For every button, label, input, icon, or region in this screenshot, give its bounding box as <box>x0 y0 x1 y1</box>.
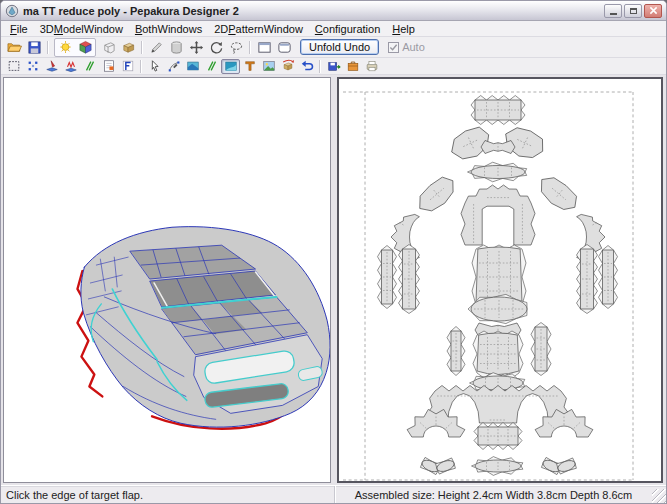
insert-text-button[interactable] <box>240 59 259 74</box>
pattern-piece[interactable] <box>599 246 618 309</box>
pointer-button[interactable] <box>145 59 164 74</box>
cylinder-primitive-button[interactable] <box>166 39 186 56</box>
rotate-arrow-icon <box>209 40 224 55</box>
3d-model-pane[interactable] <box>3 77 331 483</box>
status-bar: Click the edge of target flap. Assembled… <box>1 485 666 503</box>
points-icon <box>26 59 40 73</box>
pen-nodes-icon <box>167 59 181 73</box>
color-cube-icon <box>78 40 93 55</box>
window-icon <box>257 40 272 55</box>
menu-bothwindows[interactable]: BothWindows <box>129 22 208 36</box>
minimize-icon <box>610 13 617 15</box>
undo-arrow-icon <box>300 59 314 73</box>
menu-2dpatternwindow[interactable]: 2DPatternWindow <box>208 22 309 36</box>
render-light-button[interactable] <box>55 39 75 56</box>
cut-edge-button[interactable] <box>42 59 61 74</box>
close-icon <box>649 6 658 15</box>
teal-flag-icon <box>224 59 238 73</box>
pattern-pieces <box>378 96 618 476</box>
window-layout-2-button[interactable] <box>274 39 294 56</box>
export-image-button[interactable] <box>324 59 343 74</box>
maximize-icon <box>630 8 637 14</box>
solid-box-icon <box>121 40 136 55</box>
wire-box-icon <box>101 40 116 55</box>
copy-pattern-button[interactable] <box>343 59 362 74</box>
pattern-piece[interactable] <box>471 96 525 125</box>
wireframe-view-button[interactable] <box>98 39 118 56</box>
pattern-piece[interactable] <box>534 171 582 216</box>
menu-file[interactable]: File <box>4 22 34 36</box>
pattern-piece[interactable] <box>474 423 522 450</box>
title-bar[interactable]: ma TT reduce poly - Pepakura Designer 2 <box>1 1 666 21</box>
select-area-button[interactable] <box>4 59 23 74</box>
pattern-piece[interactable] <box>531 323 551 376</box>
knife-icon <box>45 59 59 73</box>
open-file-button[interactable] <box>4 39 24 56</box>
pattern-piece[interactable] <box>413 172 461 217</box>
lasso-icon <box>229 40 244 55</box>
cylinder-icon <box>169 40 184 55</box>
light-icon <box>58 40 73 55</box>
box-rotate-button[interactable] <box>278 59 297 74</box>
pattern-piece[interactable] <box>473 331 523 378</box>
print-button[interactable] <box>362 59 381 74</box>
pattern-piece[interactable] <box>399 245 420 314</box>
rotate-tool-button[interactable] <box>206 39 226 56</box>
save-floppy-icon <box>27 40 42 55</box>
pattern-piece[interactable] <box>541 457 577 475</box>
green-slashes-icon <box>83 59 97 73</box>
fold-line-valley-button[interactable] <box>202 59 221 74</box>
select-point-button[interactable] <box>23 59 42 74</box>
status-message: Click the edge of target flap. <box>1 486 335 503</box>
toolbar-separator <box>249 41 251 54</box>
flap-config-button[interactable] <box>118 59 137 74</box>
close-button[interactable] <box>644 4 662 18</box>
save-file-button[interactable] <box>24 39 44 56</box>
pattern-piece[interactable] <box>420 457 456 475</box>
open-folder-icon <box>7 40 22 55</box>
pattern-piece[interactable] <box>407 409 465 437</box>
unfold-undo-button[interactable]: Unfold Undo <box>300 39 379 55</box>
page-setup-button[interactable] <box>99 59 118 74</box>
pattern-piece[interactable] <box>481 141 515 154</box>
2d-pattern-pane[interactable] <box>337 77 663 483</box>
flag-check-button[interactable] <box>221 59 240 74</box>
minimize-button[interactable] <box>604 4 622 18</box>
texture-panel-button[interactable] <box>183 59 202 74</box>
edit-pencil-button[interactable] <box>146 39 166 56</box>
pattern-piece[interactable] <box>461 185 535 245</box>
page-icon <box>102 59 116 73</box>
toolbar-separator <box>140 60 142 73</box>
mark-edge-button[interactable] <box>61 59 80 74</box>
printer-icon <box>365 59 379 73</box>
texture-view-button[interactable] <box>75 39 95 56</box>
fold-line-mountain-button[interactable] <box>80 59 99 74</box>
insert-image-button[interactable] <box>259 59 278 74</box>
menu-3dmodelwindow[interactable]: 3DModelWindow <box>34 22 129 36</box>
auto-checkbox[interactable]: Auto <box>388 41 425 53</box>
move-tool-button[interactable] <box>186 39 206 56</box>
undo-button[interactable] <box>297 59 316 74</box>
pattern-piece[interactable] <box>535 409 593 437</box>
letter-t-icon <box>243 59 257 73</box>
pencil-icon <box>149 40 164 55</box>
bezier-pen-button[interactable] <box>164 59 183 74</box>
window-layout-1-button[interactable] <box>254 39 274 56</box>
lasso-select-button[interactable] <box>226 39 246 56</box>
menu-configuration[interactable]: Configuration <box>309 22 386 36</box>
assembled-size: Assembled size: Height 2.4cm Width 3.8cm… <box>335 489 652 501</box>
zigzag-marker-icon <box>64 59 78 73</box>
briefcase-icon <box>346 59 360 73</box>
maximize-button[interactable] <box>624 4 642 18</box>
pattern-piece[interactable] <box>468 162 527 182</box>
pattern-piece[interactable] <box>378 246 397 309</box>
toolbar-separator <box>319 60 321 73</box>
solid-view-button[interactable] <box>118 39 138 56</box>
pattern-piece[interactable] <box>447 327 465 376</box>
resize-grip[interactable] <box>652 489 666 503</box>
pattern-piece[interactable] <box>577 245 598 314</box>
floppy-export-icon <box>327 59 341 73</box>
pattern-piece[interactable] <box>472 457 523 476</box>
picture-icon <box>262 59 276 73</box>
menu-help[interactable]: Help <box>386 22 421 36</box>
